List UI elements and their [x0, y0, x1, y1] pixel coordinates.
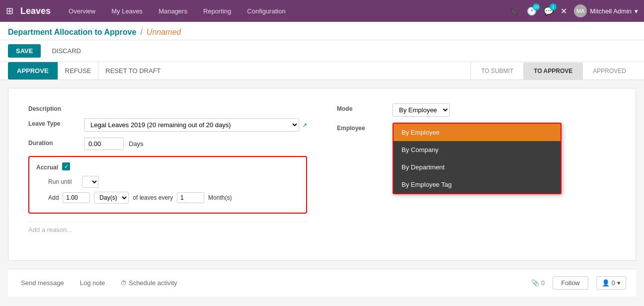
- mode-select[interactable]: By Employee: [393, 103, 450, 117]
- schedule-activity-button[interactable]: ⏱ Schedule activity: [118, 277, 180, 289]
- form-col-right: Mode By Employee Employee By Employee By…: [337, 103, 616, 237]
- clock-badge: 10: [533, 3, 540, 10]
- paperclip-icon: 📎: [531, 279, 539, 287]
- step-to-submit[interactable]: TO SUBMIT: [471, 63, 523, 79]
- followers-icon: 👤: [602, 279, 610, 287]
- day-unit-select[interactable]: Day(s): [94, 192, 129, 204]
- breadcrumb: Department Allocation to Approve / Unnam…: [8, 28, 636, 37]
- leave-type-label: Leave Type: [28, 118, 78, 127]
- step-approved[interactable]: APPROVED: [582, 63, 636, 79]
- approve-button[interactable]: APPROVE: [8, 62, 58, 79]
- phone-icon[interactable]: 📞: [510, 6, 520, 16]
- nav-configuration[interactable]: Configuration: [244, 5, 288, 17]
- duration-unit: Days: [129, 140, 144, 148]
- app-brand: Leaves: [20, 6, 51, 16]
- breadcrumb-main[interactable]: Department Allocation to Approve: [8, 28, 136, 37]
- add-row: Add Day(s) of leaves every Month(s): [36, 192, 299, 204]
- form-card: Description Leave Type Legal Leaves 2019…: [8, 88, 636, 261]
- mode-wrapper: By Employee: [393, 103, 450, 117]
- reason-placeholder[interactable]: Add a reason...: [28, 222, 307, 237]
- duration-row: Days: [84, 138, 144, 150]
- step-to-approve[interactable]: TO APPROVE: [523, 63, 582, 79]
- user-menu[interactable]: MA Mitchell Admin ▾: [574, 4, 638, 17]
- form-col-left: Description Leave Type Legal Leaves 2019…: [28, 103, 307, 237]
- duration-input[interactable]: [84, 138, 124, 150]
- add-label: Add: [48, 194, 59, 201]
- run-until-select[interactable]: [82, 176, 99, 188]
- duration-label: Duration: [28, 138, 78, 147]
- message-bar: Send message Log note ⏱ Schedule activit…: [8, 269, 636, 297]
- month-unit-text: Month(s): [208, 194, 232, 201]
- add-value-input[interactable]: [63, 192, 90, 203]
- mode-label: Mode: [337, 103, 387, 112]
- accrual-header: Accrual ✓: [36, 162, 299, 171]
- user-dropdown-icon: ▾: [635, 7, 638, 15]
- chat-icon[interactable]: 💬 1: [544, 6, 554, 16]
- employee-label: Employee: [337, 123, 387, 132]
- send-message-button[interactable]: Send message: [18, 277, 67, 289]
- schedule-icon: ⏱: [121, 280, 127, 287]
- employee-field: Employee By Employee By Company By Depar…: [337, 123, 616, 132]
- status-actions: APPROVE REFUSE RESET TO DRAFT: [8, 62, 471, 79]
- navbar-right: 📞 🕐 10 💬 1 ✕ MA Mitchell Admin ▾: [510, 4, 638, 17]
- leave-type-field: Leave Type Legal Leaves 2019 (20 remaini…: [28, 118, 307, 132]
- run-until-row: Run until: [36, 176, 299, 188]
- of-leaves-every-text: of leaves every: [133, 194, 173, 201]
- close-icon[interactable]: ✕: [561, 6, 567, 16]
- followers-button[interactable]: 👤 0 ▾: [596, 276, 626, 290]
- action-bar: SAVE DISCARD: [0, 40, 644, 62]
- follow-button[interactable]: Follow: [553, 276, 588, 290]
- nav-overview[interactable]: Overview: [66, 5, 98, 17]
- dropdown-item-by-employee[interactable]: By Employee: [394, 124, 561, 141]
- run-until-label: Run until: [48, 178, 78, 185]
- status-steps: TO SUBMIT TO APPROVE APPROVED: [471, 63, 636, 79]
- nav-myleaves[interactable]: My Leaves: [108, 5, 146, 17]
- mode-field: Mode By Employee: [337, 103, 616, 117]
- save-button[interactable]: SAVE: [8, 44, 41, 58]
- nav-managers[interactable]: Managers: [156, 5, 190, 17]
- leave-type-external-link[interactable]: ↗: [302, 122, 307, 129]
- leave-type-wrapper: Legal Leaves 2019 (20 remaining out of 2…: [84, 118, 307, 132]
- clock-icon[interactable]: 🕐 10: [527, 6, 537, 16]
- message-right: 📎 0 Follow 👤 0 ▾: [531, 276, 626, 290]
- mode-dropdown-menu: By Employee By Company By Department By …: [393, 123, 562, 194]
- message-count: 📎 0: [531, 279, 545, 287]
- breadcrumb-current: Unnamed: [147, 28, 181, 37]
- accrual-box: Accrual ✓ Run until Add Day(s): [28, 156, 307, 214]
- followers-dropdown-icon: ▾: [617, 279, 621, 287]
- description-field: Description: [28, 103, 307, 112]
- duration-field: Duration Days: [28, 138, 307, 150]
- chat-badge: 1: [550, 3, 557, 10]
- followers-count: 0: [612, 279, 615, 287]
- main-content: Description Leave Type Legal Leaves 2019…: [0, 80, 644, 305]
- description-label: Description: [28, 103, 78, 112]
- status-bar: APPROVE REFUSE RESET TO DRAFT TO SUBMIT …: [0, 62, 644, 80]
- log-note-button[interactable]: Log note: [77, 277, 108, 289]
- refuse-button[interactable]: REFUSE: [58, 62, 98, 79]
- leave-type-select[interactable]: Legal Leaves 2019 (20 remaining out of 2…: [84, 118, 299, 132]
- reset-to-draft-button[interactable]: RESET TO DRAFT: [98, 62, 167, 79]
- main-nav: Overview My Leaves Managers Reporting Co…: [66, 5, 510, 17]
- accrual-checkbox[interactable]: ✓: [62, 162, 70, 170]
- user-name: Mitchell Admin: [590, 7, 632, 15]
- accrual-label: Accrual: [36, 162, 58, 171]
- dropdown-item-by-department[interactable]: By Department: [394, 158, 561, 176]
- schedule-activity-label: Schedule activity: [129, 279, 177, 287]
- grid-icon[interactable]: ⊞: [6, 5, 13, 16]
- discard-button[interactable]: DISCARD: [46, 44, 87, 58]
- form-row-main: Description Leave Type Legal Leaves 2019…: [28, 103, 616, 237]
- count-value: 0: [541, 279, 545, 287]
- dropdown-item-by-employee-tag[interactable]: By Employee Tag: [394, 176, 561, 193]
- breadcrumb-bar: Department Allocation to Approve / Unnam…: [0, 22, 644, 40]
- every-value-input[interactable]: [177, 192, 204, 203]
- nav-reporting[interactable]: Reporting: [200, 5, 234, 17]
- dropdown-item-by-company[interactable]: By Company: [394, 141, 561, 158]
- breadcrumb-separator: /: [140, 28, 142, 37]
- navbar: ⊞ Leaves Overview My Leaves Managers Rep…: [0, 0, 644, 22]
- avatar: MA: [574, 4, 587, 17]
